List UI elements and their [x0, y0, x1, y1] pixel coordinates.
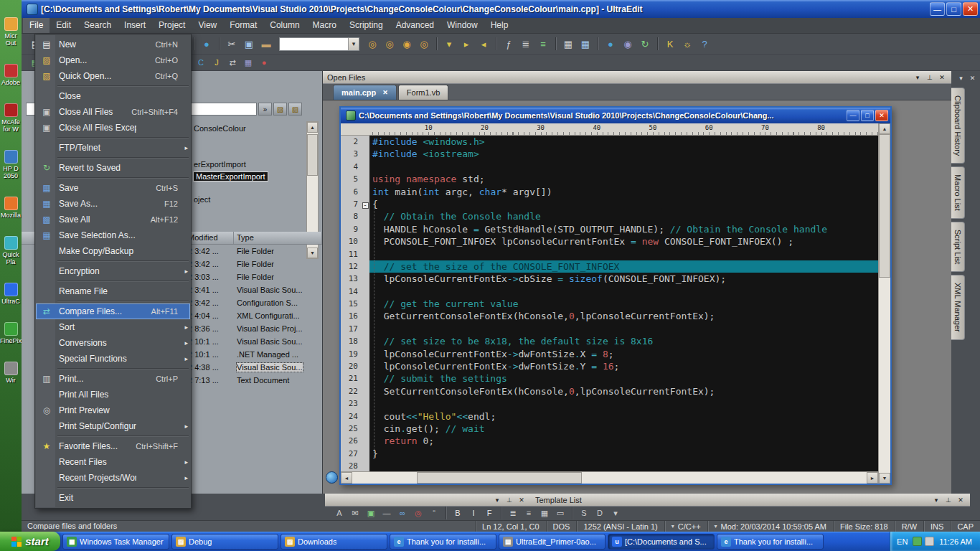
close-icon[interactable]: ✕: [937, 72, 947, 82]
horizontal-rule-icon[interactable]: —: [380, 507, 394, 519]
next-bookmark-icon[interactable]: ▸: [458, 36, 474, 52]
menu-insert[interactable]: Insert: [118, 18, 152, 33]
javascript-lint-icon[interactable]: J: [209, 56, 224, 70]
status-insert-mode[interactable]: INS: [923, 521, 950, 532]
desktop-icon-finepix[interactable]: FinePix: [0, 322, 22, 344]
scroll-up-icon[interactable]: ▲: [307, 122, 318, 133]
paste-icon[interactable]: ▬: [258, 36, 274, 52]
column-header-type[interactable]: Type: [234, 232, 322, 244]
taskbar-button-windows-task-manager[interactable]: ▦Windows Task Manager: [62, 534, 169, 550]
menu-item-special-functions[interactable]: Special Functions▸: [36, 351, 190, 367]
doc-restore-button[interactable]: □: [861, 110, 874, 121]
div-tag-icon[interactable]: D: [593, 507, 607, 519]
menu-item-rename-file[interactable]: Rename File: [36, 283, 190, 299]
start-button[interactable]: start: [0, 532, 60, 551]
fold-toggle-icon[interactable]: -: [361, 198, 369, 210]
menu-item-recent-projects-workspace[interactable]: Recent Projects/WorkSpace▸: [36, 470, 190, 486]
outline-icon[interactable]: ≣: [518, 36, 534, 52]
status-read-write[interactable]: R/W: [895, 521, 923, 532]
menu-item-close-all-files[interactable]: ▣Close All FilesCtrl+Shift+F4: [36, 104, 190, 120]
scroll-thumb[interactable]: [307, 134, 318, 176]
menu-item-quick-open[interactable]: ▧Quick Open...Ctrl+Q: [36, 68, 190, 84]
menu-view[interactable]: View: [192, 18, 223, 33]
menu-item-close[interactable]: Close: [36, 88, 190, 104]
menu-edit[interactable]: Edit: [50, 18, 77, 33]
side-tab-xml-manager[interactable]: XML Manager: [951, 275, 965, 340]
html-anchor-icon[interactable]: A: [332, 507, 347, 519]
scroll-right-icon[interactable]: ►: [867, 472, 878, 484]
toggle-bookmark-icon[interactable]: ▾: [441, 36, 457, 52]
desktop-icon-micr-out[interactable]: Micr Out: [0, 17, 22, 47]
menu-advanced[interactable]: Advanced: [390, 18, 440, 33]
status-modified-dropdown[interactable]: ▾ Mod: 20/03/2014 10:59:05 AM: [707, 521, 833, 532]
table-edit-icon[interactable]: ▦: [578, 36, 593, 52]
menu-search[interactable]: Search: [77, 18, 118, 33]
css-style-builder-icon[interactable]: C: [194, 56, 208, 70]
taskbar-button-c-documents-and-s[interactable]: u[C:\Documents and S...: [608, 534, 715, 550]
menu-item-print-setup-configuration[interactable]: Print Setup/Configuration▸: [36, 418, 190, 434]
find-next-icon[interactable]: ◎: [382, 36, 397, 52]
scroll-thumb[interactable]: [879, 134, 890, 278]
code-area[interactable]: 2#include <windows.h>3#include <iostream…: [341, 136, 878, 471]
menu-item-print[interactable]: ▥Print...Ctrl+P: [36, 371, 190, 387]
side-tab-script-list[interactable]: Script List: [951, 222, 965, 272]
document-title-bar[interactable]: C:\Documents and Settings\Robert\My Docu…: [341, 108, 890, 123]
taskbar-button-downloads[interactable]: ▨Downloads: [281, 534, 387, 550]
tab-main-cpp[interactable]: main.cpp✕: [333, 85, 397, 100]
ultraedit-logo-icon[interactable]: [326, 471, 338, 484]
desktop-icon-wir[interactable]: Wir: [0, 362, 22, 384]
previous-bookmark-icon[interactable]: ◂: [476, 36, 491, 52]
taskbar-button-ultraedit-primer-0ao[interactable]: ▤UltraEdit_Primer-0ao...: [499, 534, 606, 550]
side-tab-clipboard-history[interactable]: Clipboard History: [951, 88, 965, 164]
close-icon[interactable]: ✕: [382, 89, 388, 96]
scroll-left-icon[interactable]: ◄: [341, 472, 352, 484]
menu-item-encryption[interactable]: Encryption▸: [36, 263, 190, 279]
cut-icon[interactable]: ✂: [224, 36, 240, 52]
status-encoding[interactable]: 1252 (ANSI - Latin 1): [576, 521, 664, 532]
menu-item-make-copy-backup[interactable]: Make Copy/Backup: [36, 243, 190, 259]
menu-item-recent-files[interactable]: Recent Files▸: [36, 454, 190, 470]
italic-icon[interactable]: I: [466, 507, 481, 519]
menu-item-save-as[interactable]: ▦Save As...F12: [36, 196, 190, 212]
desktop-icon-hp-d-2050[interactable]: HP D 2050: [0, 150, 22, 179]
table-insert-icon[interactable]: ▦: [560, 36, 576, 52]
taskbar-button-debug[interactable]: ▨Debug: [171, 534, 278, 550]
pin-icon[interactable]: ⊥: [925, 72, 935, 82]
menu-item-conversions[interactable]: Conversions▸: [36, 335, 190, 351]
form-icon[interactable]: ▭: [553, 507, 567, 519]
target-icon[interactable]: ◎: [411, 507, 425, 519]
close-icon[interactable]: ✕: [968, 73, 977, 83]
comment-icon[interactable]: “: [427, 507, 441, 519]
close-button[interactable]: ✕: [963, 2, 978, 16]
bold-icon[interactable]: B: [451, 507, 465, 519]
minimize-button[interactable]: —: [930, 2, 945, 16]
menu-item-close-all-files-except-this[interactable]: ▣Close All Files Except This: [36, 120, 190, 136]
menu-item-favorite-files[interactable]: ★Favorite Files...Ctrl+Shift+F: [36, 438, 190, 454]
scroll-thumb[interactable]: [417, 472, 582, 484]
find-icon[interactable]: ◎: [364, 36, 380, 52]
key-mapping-icon[interactable]: K: [662, 36, 678, 52]
ordered-list-icon[interactable]: ≣: [506, 507, 520, 519]
pin-icon[interactable]: ⊥: [504, 495, 514, 504]
menu-item-revert-to-saved[interactable]: ↻Revert to Saved: [36, 160, 190, 176]
hyperlink-icon[interactable]: ∞: [395, 507, 410, 519]
span-tag-icon[interactable]: S: [577, 507, 591, 519]
table-icon[interactable]: ▦: [537, 507, 552, 519]
taskbar-button-thank-you-for-installi[interactable]: eThank you for installi...: [717, 534, 824, 550]
volume-tray-icon[interactable]: [925, 537, 934, 546]
menu-window[interactable]: Window: [440, 18, 484, 33]
macro-record-icon[interactable]: ●: [257, 56, 271, 70]
scroll-down-icon[interactable]: ▼: [879, 473, 890, 484]
tips-icon[interactable]: ☼: [679, 36, 695, 52]
menu-item-save[interactable]: ▦SaveCtrl+S: [36, 180, 190, 196]
close-icon[interactable]: ✕: [956, 495, 966, 504]
pin-icon[interactable]: ⊥: [943, 495, 953, 504]
close-icon[interactable]: ✕: [517, 495, 527, 504]
desktop-icon-mozilla[interactable]: Mozilla: [0, 197, 22, 219]
language-indicator[interactable]: EN: [897, 537, 908, 546]
panel-menu-icon[interactable]: ▾: [931, 495, 941, 504]
panel-menu-icon[interactable]: ▾: [492, 495, 502, 504]
horizontal-scrollbar[interactable]: ◄ ►: [341, 471, 878, 484]
menu-item-sort[interactable]: Sort▸: [36, 319, 190, 335]
menu-item-print-all-files[interactable]: Print All Files: [36, 387, 190, 402]
